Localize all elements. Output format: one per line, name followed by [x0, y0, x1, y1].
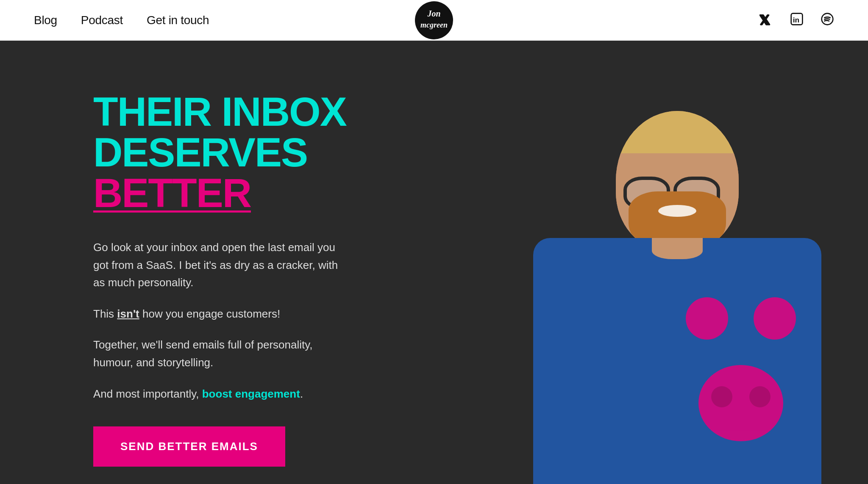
logo-svg: Jon mcgreen: [415, 1, 453, 39]
hero-p2-suffix: how you engage customers!: [139, 307, 280, 320]
mickey-ear-left: [686, 297, 728, 340]
blog-nav-link[interactable]: Blog: [34, 14, 57, 27]
hero-paragraph-3: Together, we'll send emails full of pers…: [93, 336, 348, 371]
hero-content: THEIR INBOX DESERVES BETTER Go look at y…: [0, 41, 348, 484]
svg-text:Jon: Jon: [427, 9, 440, 18]
person-body: [533, 238, 821, 484]
svg-text:𝕏: 𝕏: [760, 13, 770, 26]
mickey-eye-left: [711, 386, 732, 407]
social-links: 𝕏 in: [760, 12, 834, 28]
headline-line3: BETTER: [93, 173, 348, 213]
get-in-touch-nav-link[interactable]: Get in touch: [147, 14, 209, 27]
svg-text:mcgreen: mcgreen: [420, 21, 448, 29]
svg-text:in: in: [793, 16, 799, 24]
site-logo[interactable]: Jon mcgreen: [415, 1, 453, 39]
hero-headline: THEIR INBOX DESERVES BETTER: [93, 91, 348, 213]
hero-paragraph-1: Go look at your inbox and open the last …: [93, 239, 348, 292]
person-head: [616, 111, 739, 251]
person-figure: [504, 94, 851, 484]
podcast-nav-link[interactable]: Podcast: [81, 14, 123, 27]
hero-person-image: [487, 41, 868, 484]
hero-paragraph-4: And most importantly, boost engagement.: [93, 385, 348, 403]
hero-isnt: isn't: [117, 307, 139, 320]
main-nav: Blog Podcast Get in touch: [34, 14, 209, 27]
cta-button[interactable]: SEND BETTER EMAILS: [93, 426, 285, 467]
spotify-icon[interactable]: [821, 12, 834, 28]
hero-boost: boost engagement: [202, 387, 300, 400]
twitter-icon[interactable]: 𝕏: [760, 12, 773, 28]
mickey-ear-right: [754, 297, 796, 340]
hero-p2-prefix: This: [93, 307, 117, 320]
shirt-design: [677, 297, 804, 441]
mickey-head: [698, 365, 783, 441]
linkedin-icon[interactable]: in: [790, 12, 804, 28]
mickey-eye-right: [749, 386, 771, 407]
shirt-collar: [652, 238, 703, 259]
site-header: Blog Podcast Get in touch Jon mcgreen 𝕏 …: [0, 0, 868, 41]
hero-paragraph-2: This isn't how you engage customers!: [93, 305, 348, 323]
hero-p4-prefix: And most importantly,: [93, 387, 202, 400]
hero-section: THEIR INBOX DESERVES BETTER Go look at y…: [0, 41, 868, 484]
person-smile: [658, 205, 696, 217]
headline-line1: THEIR INBOX: [93, 91, 348, 132]
headline-line2: DESERVES: [93, 132, 348, 173]
hero-p4-suffix: .: [300, 387, 303, 400]
svg-point-0: [415, 2, 453, 39]
hero-body: Go look at your inbox and open the last …: [93, 239, 348, 403]
